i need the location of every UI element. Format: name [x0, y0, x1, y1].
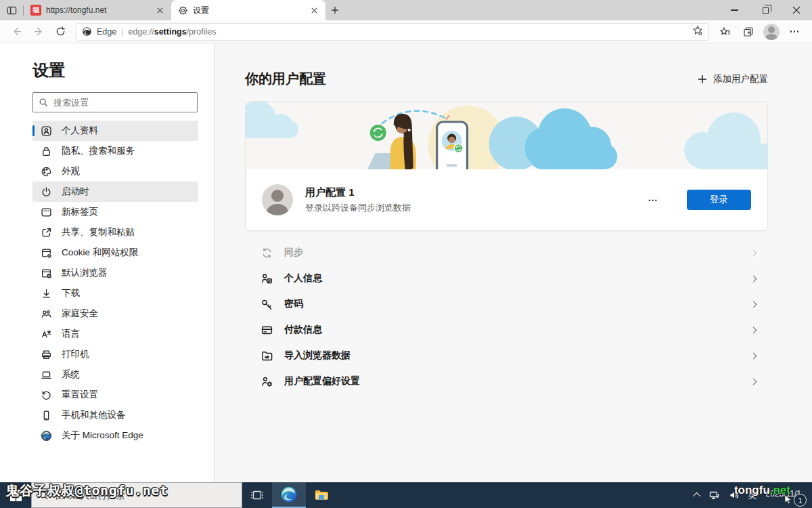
new-tab-button[interactable]	[325, 0, 344, 20]
sidebar-item-phone[interactable]: 手机和其他设备	[32, 405, 198, 425]
sidebar-item-share-copy-paste[interactable]: 共享、复制和粘贴	[32, 222, 198, 242]
import-data-icon	[261, 350, 273, 362]
new-tab-icon	[41, 207, 52, 218]
profile-text: 用户配置 1 登录以跨设备同步浏览数据	[305, 186, 411, 214]
profile-preferences-icon	[261, 375, 273, 388]
avatar	[763, 24, 780, 40]
taskbar-edge-button[interactable]	[272, 482, 306, 508]
restore-icon	[763, 7, 769, 14]
restore-button[interactable]	[750, 0, 781, 20]
row-label: 导入浏览器数据	[284, 350, 351, 362]
back-button[interactable]	[7, 22, 27, 41]
settings-sidebar: 设置 个人资料 隐私、搜索和服务 外观	[0, 43, 215, 482]
sidebar-item-downloads[interactable]: 下载	[32, 283, 198, 303]
tab-settings[interactable]: 设置	[171, 0, 325, 20]
sidebar-item-label: 重置设置	[62, 389, 98, 401]
sidebar-item-about-edge[interactable]: 关于 Microsoft Edge	[32, 425, 198, 446]
sidebar-item-label: 语言	[62, 328, 80, 340]
palette-icon	[41, 166, 52, 177]
chevron-right-icon	[750, 275, 757, 282]
sidebar-item-label: 启动时	[62, 186, 89, 198]
sidebar-item-appearance[interactable]: 外观	[32, 161, 198, 182]
payment-card-icon	[261, 324, 273, 337]
refresh-button[interactable]	[50, 22, 70, 41]
browser-toolbar: Edge | edge://settings/profiles	[0, 20, 812, 43]
page-title: 你的用户配置	[245, 70, 326, 88]
minimize-icon	[731, 9, 738, 10]
sidebar-item-new-tab[interactable]: 新标签页	[32, 202, 198, 222]
tab-close-button[interactable]	[154, 4, 166, 16]
row-payment-info[interactable]: 付款信息	[245, 317, 768, 343]
file-explorer-button[interactable]	[306, 482, 337, 508]
row-label: 个人信息	[284, 272, 322, 284]
minimize-button[interactable]	[719, 0, 750, 20]
sidebar-item-label: 外观	[62, 165, 80, 177]
favorites-button[interactable]	[715, 22, 736, 41]
chevron-right-icon	[750, 301, 757, 308]
url-text: edge://settings/profiles	[128, 27, 216, 37]
settings-and-more-button[interactable]	[784, 22, 805, 41]
sidebar-item-languages[interactable]: 语言	[32, 324, 198, 344]
sidebar-item-label: 共享、复制和粘贴	[62, 226, 135, 238]
sidebar-item-profiles[interactable]: 个人资料	[32, 121, 198, 141]
add-profile-button[interactable]: 添加用户配置	[698, 73, 768, 85]
forward-arrow-icon	[34, 26, 44, 37]
sign-in-button[interactable]: 登录	[687, 190, 751, 210]
sidebar-item-family[interactable]: 家庭安全	[32, 303, 198, 324]
sidebar-item-startup[interactable]: 启动时	[32, 182, 198, 202]
sidebar-item-default-browser[interactable]: 默认浏览器	[32, 263, 198, 283]
person-badge-icon	[41, 125, 52, 137]
system-icon	[41, 369, 52, 381]
settings-page: 设置 个人资料 隐私、搜索和服务 外观	[0, 43, 812, 482]
power-icon	[41, 186, 52, 198]
row-sync: 同步	[245, 240, 768, 266]
tab-title: 设置	[193, 5, 303, 16]
cursor-icon	[784, 494, 793, 504]
profile-more-button[interactable]: …	[641, 192, 665, 209]
default-browser-icon	[41, 268, 52, 279]
close-window-button[interactable]	[781, 0, 812, 20]
ellipsis-icon	[790, 30, 799, 33]
close-icon	[311, 7, 317, 14]
search-settings-input[interactable]	[53, 98, 191, 108]
cookie-permissions-icon	[41, 247, 52, 259]
sidebar-item-label: 隐私、搜索和服务	[62, 145, 135, 157]
sidebar-item-printers[interactable]: 打印机	[32, 344, 198, 364]
tab-tongfu[interactable]: 福 https://tongfu.net	[24, 0, 171, 20]
notification-badge: 1	[794, 494, 807, 507]
lock-icon	[41, 146, 52, 157]
star-plus-icon	[692, 25, 703, 36]
favorites-star-icon	[720, 26, 731, 37]
sidebar-item-label: Cookie 和网站权限	[62, 247, 138, 259]
add-favorite-button[interactable]	[692, 25, 703, 38]
gear-icon	[178, 5, 188, 16]
profile-avatar-button[interactable]	[761, 22, 782, 41]
key-icon	[261, 298, 273, 311]
tab-close-button[interactable]	[308, 4, 320, 16]
sidebar-item-label: 手机和其他设备	[62, 409, 126, 421]
sidebar-item-cookies[interactable]: Cookie 和网站权限	[32, 242, 198, 263]
edge-logo-icon	[280, 486, 298, 503]
row-passwords[interactable]: 密码	[245, 291, 768, 317]
row-personal-info[interactable]: 个人信息	[245, 266, 768, 291]
chevron-right-icon	[750, 378, 757, 385]
tab-actions-menu-button[interactable]	[0, 0, 23, 20]
collections-button[interactable]	[738, 22, 759, 41]
plus-icon	[698, 75, 707, 84]
close-icon	[157, 7, 163, 14]
row-profile-preferences[interactable]: 用户配置偏好设置	[245, 368, 768, 394]
row-import-data[interactable]: 导入浏览器数据	[245, 343, 768, 368]
watermark-text: 鬼谷子叔叔@tongfu.net	[5, 482, 168, 500]
sidebar-item-reset[interactable]: 重置设置	[32, 385, 198, 405]
sidebar-item-privacy[interactable]: 隐私、搜索和服务	[32, 141, 198, 161]
address-bar[interactable]: Edge | edge://settings/profiles	[76, 23, 709, 41]
settings-search-box[interactable]	[32, 92, 198, 112]
edge-logo-icon	[82, 26, 92, 37]
forward-button[interactable]	[28, 22, 49, 41]
main-header: 你的用户配置 添加用户配置	[245, 70, 768, 88]
chevron-right-icon	[750, 326, 757, 333]
chevron-right-icon	[750, 249, 757, 256]
task-view-button[interactable]	[242, 482, 272, 508]
sidebar-item-system[interactable]: 系统	[32, 364, 198, 385]
network-icon[interactable]	[709, 490, 720, 501]
